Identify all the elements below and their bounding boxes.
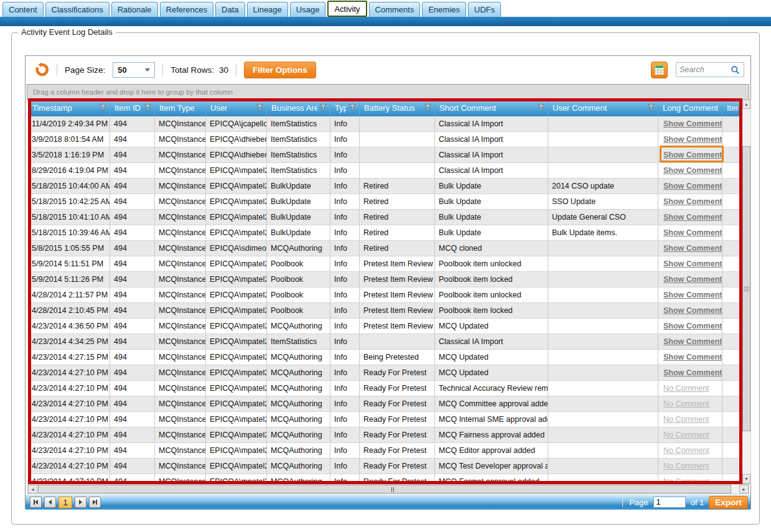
show-comment-link[interactable]: Show Comment [663,291,722,299]
table-row[interactable]: 5/18/2015 10:44:00 AM494MCQInstanceEPICQ… [28,179,741,194]
table-row[interactable]: 8/29/2016 4:19:04 PM494MCQInstanceEPICQA… [28,163,741,179]
show-comment-link[interactable]: Show Comment [663,182,722,190]
table-row[interactable]: 4/23/2014 4:27:10 PM494MCQInstanceEPICQA… [28,365,741,381]
previous-page-button[interactable] [44,497,56,508]
vertical-scrollbar-thumb[interactable] [742,146,750,431]
column-header-type[interactable]: Type [330,99,360,116]
show-comment-link[interactable]: Show Comment [663,197,722,206]
table-row[interactable]: 3/9/2018 8:01:54 AM494MCQInstanceEPICQA\… [28,132,741,147]
no-comment-link[interactable]: No Comment [663,431,709,439]
show-comment-link[interactable]: Show Comment [663,151,722,159]
table-row[interactable]: 4/23/2014 4:27:10 PM494MCQInstanceEPICQA… [28,412,741,427]
tab-lineage[interactable]: Lineage [247,2,288,17]
group-by-panel[interactable]: Drag a column header and drop it here to… [27,84,749,100]
show-comment-link[interactable]: Show Comment [663,166,722,175]
show-comment-link[interactable]: Show Comment [663,119,722,128]
scroll-up-button[interactable]: ▲ [742,100,750,109]
show-comment-link[interactable]: Show Comment [663,259,722,268]
no-comment-link[interactable]: No Comment [663,384,709,393]
tab-references[interactable]: References [160,2,213,17]
no-comment-link[interactable]: No Comment [663,415,709,424]
last-page-button[interactable] [89,497,101,508]
horizontal-scrollbar-thumb[interactable] [38,485,731,493]
table-row[interactable]: 4/23/2014 4:27:10 PM494MCQInstanceEPICQA… [28,474,741,483]
tab-comments[interactable]: Comments [369,2,421,17]
filter-icon[interactable] [349,104,356,111]
no-comment-link[interactable]: No Comment [663,399,709,408]
table-row[interactable]: 4/23/2014 4:27:10 PM494MCQInstanceEPICQA… [28,427,741,443]
filter-icon[interactable] [424,104,431,111]
column-header-item-type[interactable]: Item Type [155,99,206,116]
tab-udfs[interactable]: UDFs [468,2,501,17]
show-comment-link[interactable]: Show Comment [663,213,722,222]
vertical-scrollbar[interactable]: ▲ ▼ [742,99,751,484]
filter-icon[interactable] [320,104,327,111]
column-header-user-comment[interactable]: User Comment [548,99,658,116]
show-comment-link[interactable]: Show Comment [663,306,722,315]
page-size-select[interactable]: 50 [113,62,155,78]
column-header-business-area[interactable]: Business Area [267,99,330,116]
show-comment-link[interactable]: Show Comment [663,353,722,362]
export-button[interactable]: Export [709,496,748,509]
table-row[interactable]: 4/28/2014 2:11:57 PM494MCQInstanceEPICQA… [28,287,741,303]
horizontal-scrollbar[interactable]: ◄ ► [27,484,749,494]
table-row[interactable]: 5/8/2015 1:05:55 PM494MCQInstanceEPICQA\… [28,241,741,256]
show-comment-link[interactable]: Show Comment [663,337,722,346]
table-row[interactable]: 4/28/2014 2:10:45 PM494MCQInstanceEPICQA… [28,303,741,319]
show-comment-link[interactable]: Show Comment [663,368,722,377]
table-row[interactable]: 5/9/2014 5:11:26 PM494MCQInstanceEPICQA\… [28,272,741,287]
column-header-item[interactable]: Item [722,99,741,116]
show-comment-link[interactable]: Show Comment [663,322,722,330]
next-page-button[interactable] [75,497,86,508]
search-input[interactable] [680,65,731,74]
tab-enemies[interactable]: Enemies [422,2,466,17]
filter-icon[interactable] [648,104,655,111]
filter-icon[interactable] [256,104,263,111]
table-row[interactable]: 5/9/2014 5:11:51 PM494MCQInstanceEPICQA\… [28,256,741,272]
tab-rationale[interactable]: Rationale [111,2,158,17]
table-row[interactable]: 11/4/2019 2:49:34 PM494MCQInstanceEPICQA… [28,116,741,132]
table-row[interactable]: 4/23/2014 4:34:25 PM494MCQInstanceEPICQA… [28,334,741,350]
table-row[interactable]: 5/18/2015 10:39:46 AM494MCQInstanceEPICQ… [28,225,741,241]
show-comment-link[interactable]: Show Comment [663,135,722,144]
table-row[interactable]: 4/23/2014 4:27:10 PM494MCQInstanceEPICQA… [28,381,741,396]
column-header-timestamp[interactable]: Timestamp [28,99,110,116]
filter-icon[interactable] [144,104,151,111]
column-header-short-comment[interactable]: Short Comment [435,99,548,116]
column-header-item-id[interactable]: Item ID [110,99,155,116]
tab-classifications[interactable]: Classifications [45,2,110,17]
search-icon[interactable] [731,65,740,75]
table-row[interactable]: 4/23/2014 4:27:10 PM494MCQInstanceEPICQA… [28,443,741,459]
column-header-user[interactable]: User [206,99,267,116]
scroll-left-button[interactable]: ◄ [28,485,37,493]
tab-data[interactable]: Data [215,2,245,17]
tab-content[interactable]: Content [2,2,44,17]
column-header-long-comment[interactable]: Long Comment [658,99,722,116]
show-comment-link[interactable]: Show Comment [663,244,722,253]
no-comment-link[interactable]: No Comment [663,477,709,483]
excel-export-icon[interactable] [651,62,668,78]
show-comment-link[interactable]: Show Comment [663,228,722,237]
tab-usage[interactable]: Usage [290,2,326,17]
no-comment-link[interactable]: No Comment [663,446,709,455]
table-row[interactable]: 3/5/2018 1:16:19 PM494MCQInstanceEPICQA\… [28,147,741,163]
table-row[interactable]: 5/18/2015 10:41:10 AM494MCQInstanceEPICQ… [28,210,741,225]
filter-icon[interactable] [538,104,544,111]
filter-options-button[interactable]: Filter Options [244,62,316,78]
page-number-input[interactable] [653,497,686,508]
column-header-battery-status[interactable]: Battery Status [360,99,435,116]
first-page-button[interactable] [30,497,42,508]
refresh-icon[interactable] [34,62,49,77]
table-row[interactable]: 4/23/2014 4:27:10 PM494MCQInstanceEPICQA… [28,459,741,474]
scroll-down-button[interactable]: ▼ [742,474,750,483]
table-row[interactable]: 4/23/2014 4:27:10 PM494MCQInstanceEPICQA… [28,396,741,412]
no-comment-link[interactable]: No Comment [663,462,709,470]
scroll-right-button[interactable]: ► [739,485,749,493]
filter-icon[interactable] [100,104,106,111]
current-page-button[interactable]: 1 [58,497,72,508]
table-row[interactable]: 4/23/2014 4:36:50 PM494MCQInstanceEPICQA… [28,319,741,334]
table-row[interactable]: 5/18/2015 10:42:25 AM494MCQInstanceEPICQ… [28,194,741,210]
tab-activity[interactable]: Activity [327,1,367,17]
table-row[interactable]: 4/23/2014 4:27:15 PM494MCQInstanceEPICQA… [28,350,741,365]
show-comment-link[interactable]: Show Comment [663,275,722,284]
